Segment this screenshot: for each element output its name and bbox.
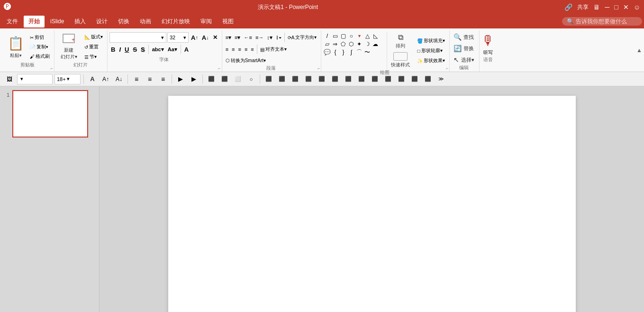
text-direction-button[interactable]: ⟳A 文字方向▾	[286, 33, 318, 42]
draw-op2-tool[interactable]: ⬛	[276, 73, 288, 85]
font-expand[interactable]: ⌐	[218, 66, 220, 71]
draw-shape4-tool[interactable]: ○	[245, 73, 257, 85]
menu-design[interactable]: 设计	[91, 16, 112, 28]
ribbon-collapse-button[interactable]: ▲	[636, 47, 642, 54]
paragraph-expand[interactable]: ⌐	[317, 66, 320, 71]
align-justify-button[interactable]: ≡	[249, 44, 255, 55]
shape-outline-button[interactable]: □ 形状轮廓▾	[416, 46, 446, 55]
shape-freeform[interactable]: ⌒	[355, 48, 363, 56]
menu-islide[interactable]: iSlide	[45, 16, 69, 27]
shape-scribble[interactable]: 〜	[363, 48, 371, 56]
shape-fill-button[interactable]: 🪣 形状填充▾	[416, 37, 446, 46]
draw-align-center-tool[interactable]: ≡	[144, 73, 155, 85]
cut-button[interactable]: ✂ 剪切	[28, 33, 51, 42]
menu-animation[interactable]: 动画	[135, 16, 156, 28]
draw-op1-tool[interactable]: ⬛	[263, 73, 274, 85]
shape-hexagon[interactable]: ⬡	[347, 40, 355, 48]
section-button[interactable]: ☰ 节▾	[83, 53, 104, 62]
line-spacing-button[interactable]: ↕▾	[265, 32, 274, 43]
draw-op4-tool[interactable]: ⬛	[303, 73, 314, 85]
search-input[interactable]	[576, 18, 637, 25]
menu-review[interactable]: 审阅	[196, 16, 217, 28]
shape-curve[interactable]: ∫	[347, 48, 355, 56]
shape-roundrect[interactable]: ▢	[339, 32, 347, 40]
shape-arrow[interactable]: ⇒	[331, 40, 339, 48]
arrange-button[interactable]: ⧉ 排列	[389, 32, 412, 50]
drawing-expand[interactable]: ⌐	[446, 66, 448, 71]
shadow-button[interactable]: S	[139, 44, 146, 55]
replace-button[interactable]: 🔄 替换	[452, 44, 476, 53]
align-text-button[interactable]: ▤ 对齐文本▾	[259, 45, 288, 54]
image-tool[interactable]: 🖼	[4, 73, 15, 85]
shape-line[interactable]: /	[323, 32, 331, 40]
font-color-button[interactable]: A	[183, 44, 190, 55]
shape-star[interactable]: ✦	[355, 40, 363, 48]
shape-more[interactable]: ▼	[355, 32, 363, 40]
close-icon[interactable]: ✕	[623, 3, 629, 11]
find-button[interactable]: 🔍 查找	[452, 32, 476, 42]
shape-triangle[interactable]: △	[363, 32, 371, 40]
menu-home[interactable]: 开始	[24, 16, 45, 28]
reset-button[interactable]: ↺ 重置	[83, 43, 104, 52]
draw-op3-tool[interactable]: ⬛	[290, 73, 301, 85]
shape-rect[interactable]: ▭	[331, 32, 339, 40]
underline-button[interactable]: U	[123, 44, 130, 55]
copy-button[interactable]: 📄 复制▾	[28, 43, 51, 52]
shape-parallelogram[interactable]: ▱	[323, 40, 331, 48]
bold-button[interactable]: B	[109, 44, 117, 55]
quick-styles-button[interactable]: 快速样式	[389, 51, 412, 69]
menu-view[interactable]: 视图	[218, 16, 238, 28]
align-center-button[interactable]: ≡	[230, 44, 236, 55]
paste-button[interactable]: 📋 粘贴▾	[4, 32, 27, 62]
select-button[interactable]: ↖ 选择▾	[452, 55, 476, 64]
font-case-button[interactable]: Aa▾	[166, 44, 179, 55]
format-painter-button[interactable]: 🖌 格式刷	[28, 52, 51, 61]
draw-color2-tool[interactable]: ▶	[188, 73, 200, 85]
slide-canvas[interactable]	[168, 96, 576, 312]
font-size-increase-button[interactable]: A↑	[190, 32, 200, 43]
draw-shape2-tool[interactable]: ⬛	[219, 73, 230, 85]
draw-shape1-tool[interactable]: ⬛	[206, 73, 217, 85]
layout-button[interactable]: 📐 版式▾	[83, 33, 104, 42]
smiley-icon[interactable]: ☺	[634, 3, 640, 11]
numbering-button[interactable]: ≡▾	[233, 32, 242, 43]
slide-thumbnail-1[interactable]	[12, 90, 88, 138]
restore-icon[interactable]: □	[614, 3, 618, 11]
convert-smartart-button[interactable]: ⬡ 转换为SmartArt▾	[224, 56, 267, 65]
canvas-area[interactable]	[100, 86, 644, 312]
draw-text-color-tool[interactable]: A	[87, 73, 98, 85]
clear-format-button[interactable]: ✕	[211, 32, 219, 43]
draw-font-decrease-tool[interactable]: A↓	[113, 73, 125, 85]
font-size-select[interactable]: 32 ▾	[167, 32, 189, 43]
align-right-button[interactable]: ≡	[236, 44, 242, 55]
shape-brace[interactable]: }	[339, 48, 347, 56]
shape-pentagon[interactable]: ⬠	[339, 40, 347, 48]
shape-bracket[interactable]: {	[331, 48, 339, 56]
shape-circle[interactable]: ○	[347, 32, 355, 40]
drawing-font-select[interactable]: ▾	[17, 74, 53, 84]
italic-button[interactable]: I	[118, 44, 122, 55]
shape-rtriangle[interactable]: ◺	[372, 32, 379, 40]
draw-align-right-tool[interactable]: ≡	[157, 73, 169, 85]
align-left-button[interactable]: ≡	[224, 44, 230, 55]
columns-button[interactable]: ⫶▾	[274, 32, 283, 43]
window-icon[interactable]: 🖥	[593, 3, 600, 11]
decrease-indent-button[interactable]: ←≡	[242, 32, 253, 43]
clipboard-expand[interactable]: ⌐	[51, 66, 53, 71]
search-box[interactable]: 🔍	[562, 17, 642, 26]
font-name-select[interactable]: ▾	[109, 32, 166, 43]
new-slide-button[interactable]: + 新建幻灯片▾	[56, 32, 81, 62]
menu-slideshow[interactable]: 幻灯片放映	[157, 16, 195, 28]
share-label[interactable]: 共享	[577, 3, 589, 11]
menu-insert[interactable]: 插入	[70, 16, 91, 28]
char-spacing-button[interactable]: abc▾	[151, 44, 165, 55]
share-icon[interactable]: 🔗	[564, 3, 572, 11]
shape-effect-button[interactable]: ✨ 形状效果▾	[416, 56, 446, 65]
strikethrough-button[interactable]: S	[131, 44, 138, 55]
drawing-size-select[interactable]: 18+ ▾	[54, 74, 81, 84]
shape-cloud[interactable]: ☁	[372, 40, 379, 48]
shape-callout[interactable]: 💬	[323, 48, 331, 56]
increase-indent-button[interactable]: ≡→	[254, 32, 265, 43]
draw-font-increase-tool[interactable]: A↑	[100, 73, 111, 85]
minimize-icon[interactable]: ─	[605, 3, 609, 11]
